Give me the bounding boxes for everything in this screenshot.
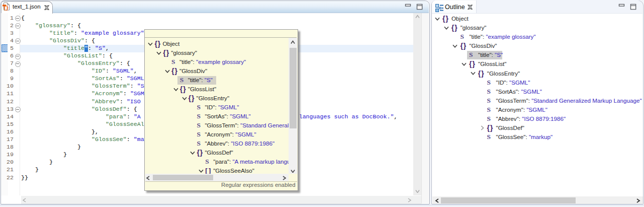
svg-text:}: } (6, 5, 9, 11)
